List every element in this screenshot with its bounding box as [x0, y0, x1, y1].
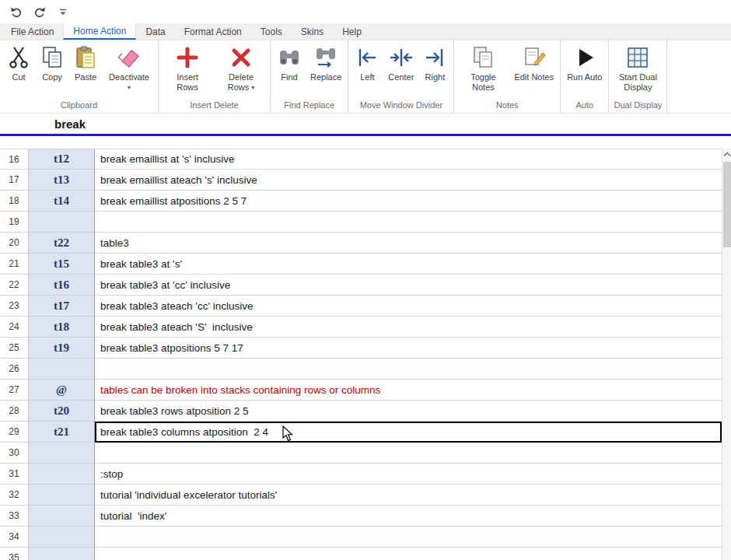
tab-home-action[interactable]: Home Action	[63, 23, 136, 40]
row-content-cell[interactable]: break table3 columns atposition 2 4	[95, 422, 722, 443]
row-label-cell[interactable]: t19	[29, 338, 95, 359]
row-content-cell[interactable]: tables can be broken into stacks contain…	[95, 380, 722, 401]
row-label-cell[interactable]	[29, 464, 95, 485]
undo-icon[interactable]	[9, 5, 23, 19]
row-content-cell[interactable]: break emaillist ateach 's' inclusive	[95, 170, 722, 191]
row-label-cell[interactable]: t18	[29, 317, 95, 338]
row-label-cell[interactable]: t13	[29, 170, 95, 191]
row-label-cell[interactable]	[29, 548, 95, 560]
table-row: 30	[0, 443, 722, 464]
row-content-cell[interactable]: break table3 atpositions 5 7 17	[95, 338, 722, 359]
row-number[interactable]: 23	[0, 296, 29, 317]
row-number[interactable]: 35	[0, 548, 29, 560]
row-label-cell[interactable]: t14	[29, 191, 95, 212]
row-content-cell[interactable]: tutorial 'individual excelerator tutoria…	[95, 485, 722, 506]
insert-rows-button[interactable]: Insert Rows	[161, 44, 214, 93]
start-dual-display-button[interactable]: Start Dual Display	[611, 44, 664, 93]
row-content-cell[interactable]: :stop	[95, 464, 722, 485]
button-label: Insert Rows	[165, 72, 210, 93]
row-number[interactable]: 32	[0, 485, 29, 506]
cut-button[interactable]: Cut	[2, 44, 35, 82]
group-label: Notes	[456, 100, 558, 113]
paste-button[interactable]: Paste	[69, 44, 102, 82]
row-number[interactable]: 25	[0, 338, 29, 359]
row-label-cell[interactable]	[29, 443, 95, 464]
row-label-cell[interactable]	[29, 359, 95, 380]
ribbon-group-clipboard: CutCopyPasteDeactivate ▾Clipboard	[0, 40, 159, 113]
copy-button[interactable]: Copy	[36, 44, 68, 82]
table-row: 32tutorial 'individual excelerator tutor…	[0, 485, 722, 506]
row-content-cell[interactable]: break table3 rows atposition 2 5	[95, 401, 722, 422]
tab-data[interactable]: Data	[136, 23, 174, 40]
row-number[interactable]: 24	[0, 317, 29, 338]
row-label-cell[interactable]	[29, 485, 95, 506]
row-label-cell[interactable]: t21	[29, 422, 95, 443]
qat-customize-icon[interactable]	[56, 5, 70, 19]
row-label-cell[interactable]	[29, 212, 95, 233]
scrollbar-up-icon[interactable]	[722, 149, 731, 160]
row-label-cell[interactable]: t22	[29, 233, 95, 254]
row-label-cell[interactable]	[29, 527, 95, 548]
row-content-cell[interactable]	[95, 212, 722, 233]
button-label: Toggle Notes	[460, 72, 505, 93]
row-number[interactable]: 26	[0, 359, 29, 380]
row-content-cell[interactable]	[95, 443, 722, 464]
row-content-cell[interactable]	[95, 359, 722, 380]
row-number[interactable]: 22	[0, 275, 29, 296]
toggle-notes-button[interactable]: Toggle Notes	[456, 44, 509, 93]
row-number[interactable]: 29	[0, 422, 29, 443]
deactivate-button[interactable]: Deactivate ▾	[103, 44, 156, 93]
row-number[interactable]: 27	[0, 380, 29, 401]
formula-bar-text[interactable]: break	[54, 117, 86, 131]
row-label-cell[interactable]: t17	[29, 296, 95, 317]
tab-tools[interactable]: Tools	[251, 23, 292, 40]
row-number[interactable]: 18	[0, 191, 29, 212]
row-number[interactable]: 34	[0, 527, 29, 548]
row-label-cell[interactable]: t16	[29, 275, 95, 296]
tab-help[interactable]: Help	[333, 23, 371, 40]
row-label-cell[interactable]: t12	[29, 149, 95, 170]
tab-format-action[interactable]: Format Action	[175, 23, 251, 40]
row-content-cell[interactable]: break table3 at 'cc' inclusive	[95, 275, 722, 296]
row-content-cell[interactable]: table3	[95, 233, 722, 254]
group-label: Move Window Divider	[351, 100, 451, 113]
row-number[interactable]: 31	[0, 464, 29, 485]
row-content-cell[interactable]	[95, 527, 722, 548]
row-content-cell[interactable]: tutorial 'index'	[95, 506, 722, 527]
row-number[interactable]: 28	[0, 401, 29, 422]
vertical-scrollbar[interactable]	[722, 149, 731, 560]
redo-icon[interactable]	[33, 5, 47, 19]
row-label-cell[interactable]	[29, 506, 95, 527]
row-number[interactable]: 30	[0, 443, 29, 464]
row-number[interactable]: 20	[0, 233, 29, 254]
row-content-cell[interactable]: break emaillist at 's' inclusive	[95, 149, 722, 170]
tab-skins[interactable]: Skins	[292, 23, 333, 40]
row-content-cell[interactable]: break table3 ateach 'S' inclusive	[95, 317, 722, 338]
delete-rows-button[interactable]: Delete Rows ▾	[215, 44, 268, 93]
row-number[interactable]: 21	[0, 254, 29, 275]
center-button[interactable]: Center	[384, 44, 418, 82]
row-number[interactable]: 16	[0, 149, 29, 170]
button-label: Copy	[42, 72, 62, 82]
run-auto-button[interactable]: Run Auto	[563, 44, 606, 82]
row-label-cell[interactable]: @	[29, 380, 95, 401]
replace-button[interactable]: Replace	[306, 44, 345, 82]
find-button[interactable]: Find	[273, 44, 306, 82]
left-button[interactable]: Left	[351, 44, 383, 82]
right-button[interactable]: Right	[418, 44, 451, 82]
row-content-cell[interactable]	[95, 548, 722, 560]
row-label-cell[interactable]: t15	[29, 254, 95, 275]
row-number[interactable]: 19	[0, 212, 29, 233]
divider-center-icon	[389, 45, 414, 70]
row-content-cell[interactable]: break table3 ateach 'cc' inclusive	[95, 296, 722, 317]
row-content-cell[interactable]: break table3 at 's'	[95, 254, 722, 275]
button-label: Paste	[75, 72, 96, 82]
row-content-cell[interactable]: break emaillist atpositions 2 5 7	[95, 191, 722, 212]
scrollbar-thumb[interactable]	[723, 162, 731, 247]
row-number[interactable]: 33	[0, 506, 29, 527]
tab-file-action[interactable]: File Action	[2, 23, 63, 40]
row-number[interactable]: 17	[0, 170, 29, 191]
button-label: Replace	[310, 72, 341, 82]
edit-notes-button[interactable]: Edit Notes	[510, 44, 558, 82]
row-label-cell[interactable]: t20	[29, 401, 95, 422]
